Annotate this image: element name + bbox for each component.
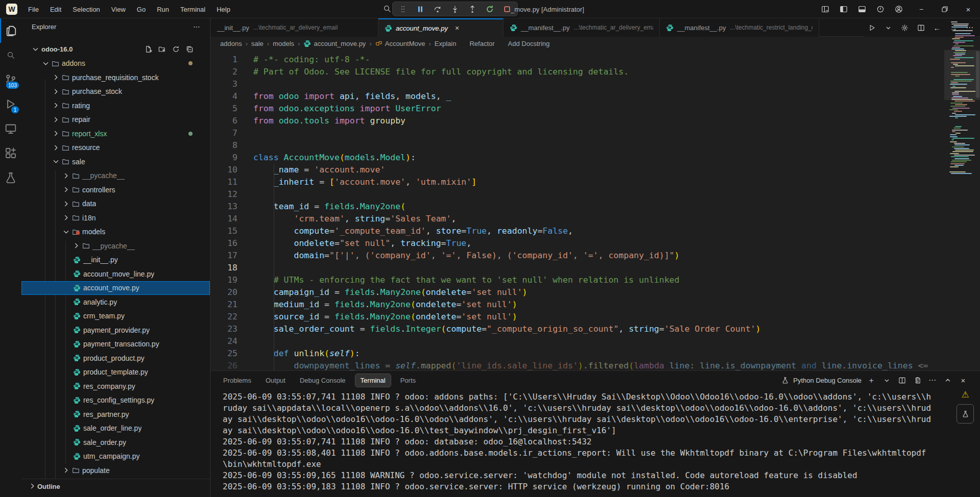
panel-tab-debug-console[interactable]: Debug Console (295, 374, 351, 387)
tree-file-res_partner.py[interactable]: res_partner.py (21, 407, 210, 421)
tab-__manifest__.py-3[interactable]: __manifest__.py...\techmatic_restrict_la… (660, 18, 819, 37)
tree-file-payment_provider.py[interactable]: payment_provider.py (21, 323, 210, 337)
split-editor-button[interactable] (914, 21, 928, 34)
step-into-button[interactable] (448, 3, 462, 15)
line-number[interactable]: 1 (211, 54, 245, 66)
line-number[interactable]: 9 (211, 152, 245, 164)
tree-folder-data[interactable]: data (21, 197, 210, 211)
maximize-panel-button[interactable] (941, 374, 954, 386)
split-panel-button[interactable] (895, 374, 909, 386)
line-number[interactable]: 6 (211, 115, 245, 127)
account-button[interactable] (891, 3, 906, 16)
line-number[interactable]: 7 (211, 127, 245, 139)
outline-section[interactable]: Outline (21, 479, 210, 494)
window-minimize-button[interactable]: − (910, 0, 933, 18)
breadcrumb-sale[interactable]: sale (251, 40, 264, 47)
window-restore-button[interactable] (933, 0, 957, 18)
python-debug-console-instance[interactable] (957, 404, 974, 424)
close-panel-button[interactable]: × (957, 374, 970, 386)
tree-file-product_template.py[interactable]: product_template.py (21, 365, 210, 380)
menu-selection[interactable]: Selection (67, 0, 105, 18)
tree-folder-i18n[interactable]: i18n (21, 211, 210, 225)
tree-folder-__pycache__[interactable]: __pycache__ (21, 169, 210, 183)
activity-run-debug[interactable]: 1 (0, 92, 21, 116)
tree-folder-sale[interactable]: sale (21, 155, 210, 169)
code-area[interactable]: 1# -*- coding: utf-8 -*-2# Part of Odoo.… (211, 50, 980, 370)
menu-go[interactable]: Go (131, 0, 151, 18)
tree-file-sale_order.py[interactable]: sale_order.py (21, 435, 210, 450)
tree-folder-rating[interactable]: rating (21, 98, 210, 113)
line-number[interactable]: 24 (211, 335, 245, 347)
line-number[interactable]: 2 (211, 66, 245, 78)
tree-file-res_config_settings.py[interactable]: res_config_settings.py (21, 393, 210, 408)
step-out-button[interactable] (465, 3, 480, 15)
breadcrumb-models[interactable]: models (273, 40, 294, 47)
tree-file-account_move_line.py[interactable]: account_move_line.py (21, 267, 210, 281)
drag-grip-button[interactable] (396, 3, 410, 15)
line-number[interactable]: 18 (211, 262, 245, 274)
activity-search[interactable] (0, 43, 21, 67)
tree-folder-report_xlsx[interactable]: report_xlsx (21, 127, 210, 141)
activity-explorer[interactable] (0, 18, 21, 43)
more-actions-button[interactable]: ⋯ (926, 374, 939, 386)
line-number[interactable]: 3 (211, 78, 245, 90)
tree-folder-purchase_stock[interactable]: purchase_stock (21, 85, 210, 99)
activity-testing[interactable] (0, 165, 21, 190)
console-label[interactable]: Python Debug Console (793, 377, 862, 384)
menu-file[interactable]: File (22, 0, 44, 18)
breadcrumb-account_move.py[interactable]: account_move.py (303, 40, 366, 47)
tree-file-crm_team.py[interactable]: crm_team.py (21, 309, 210, 324)
menu-edit[interactable]: Edit (44, 0, 67, 18)
line-number[interactable]: 20 (211, 286, 245, 299)
activity-extensions[interactable] (0, 141, 21, 165)
menu-run[interactable]: Run (151, 0, 175, 18)
new-folder-icon[interactable] (157, 44, 167, 54)
tree-file-sale_order_line.py[interactable]: sale_order_line.py (21, 421, 210, 436)
tree-folder-controllers[interactable]: controllers (21, 183, 210, 197)
minimap-slider[interactable] (944, 50, 980, 100)
toggle-panel-button[interactable] (854, 3, 870, 16)
pause-button[interactable] (413, 3, 427, 15)
tab-account_move.py-1[interactable]: account_move.py× (378, 18, 504, 37)
kill-terminal-button[interactable] (911, 374, 924, 386)
step-over-button[interactable] (431, 3, 445, 15)
status-ring-button[interactable] (873, 3, 888, 16)
tree-file-utm_campaign.py[interactable]: utm_campaign.py (21, 450, 210, 464)
tree-folder-repair[interactable]: repair (21, 113, 210, 127)
line-number[interactable]: 15 (211, 225, 245, 237)
activity-source-control[interactable]: 103 (0, 67, 21, 92)
panel-tab-ports[interactable]: Ports (395, 374, 421, 387)
editor-scrollbar[interactable] (976, 50, 979, 370)
tree-folder-resource[interactable]: resource (21, 141, 210, 155)
ai-action-add-docstring[interactable]: Add Docstring (508, 40, 550, 47)
line-number[interactable]: 10 (211, 164, 245, 176)
tree-file-analytic.py[interactable]: analytic.py (21, 295, 210, 309)
tree-file-res_company.py[interactable]: res_company.py (21, 379, 210, 393)
menu-terminal[interactable]: Terminal (175, 0, 211, 18)
collapse-all-icon[interactable] (185, 44, 195, 54)
tab-__init__.py-0[interactable]: __init__.py...\techmatic_ar_delivery_ema… (211, 18, 378, 37)
terminal-output[interactable]: 2025-06-09 03:55:07,741 11108 INFO ? odo… (223, 391, 936, 493)
line-number[interactable]: 23 (211, 323, 245, 335)
line-number[interactable]: 19 (211, 274, 245, 286)
tree-folder-purchase_requisition_stock[interactable]: purchase_requisition_stock (21, 70, 210, 85)
panel-tab-terminal[interactable]: Terminal (355, 374, 391, 387)
new-terminal-button[interactable]: ＋ (865, 374, 878, 386)
activity-remote-explorer[interactable] (0, 116, 21, 141)
tree-file-account_move.py[interactable]: account_move.py (21, 281, 210, 295)
tree-file-product_product.py[interactable]: product_product.py (21, 351, 210, 365)
breadcrumb-AccountMove[interactable]: AccountMove (375, 40, 425, 47)
panel-tab-output[interactable]: Output (260, 374, 291, 387)
settings-gear-button[interactable] (897, 21, 912, 34)
run-button[interactable] (865, 21, 879, 34)
tab-close-icon[interactable]: × (453, 23, 461, 33)
restart-button[interactable] (483, 3, 497, 15)
terminal-dropdown-button[interactable] (880, 374, 893, 386)
customize-layout-button[interactable] (818, 3, 833, 16)
line-number[interactable]: 22 (211, 311, 245, 323)
menu-view[interactable]: View (106, 0, 131, 18)
line-number[interactable]: 16 (211, 237, 245, 250)
toggle-sidebar-button[interactable] (836, 3, 851, 16)
tree-folder-models[interactable]: models (21, 225, 210, 239)
line-number[interactable]: 11 (211, 176, 245, 188)
